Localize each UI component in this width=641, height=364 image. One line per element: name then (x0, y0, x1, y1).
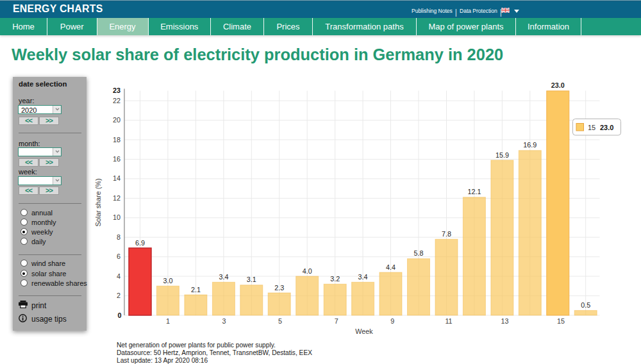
svg-text:11: 11 (445, 317, 452, 325)
svg-text:4: 4 (117, 272, 121, 280)
svg-text:1: 1 (166, 317, 170, 325)
svg-text:4.4: 4.4 (386, 263, 395, 271)
svg-text:3.4: 3.4 (358, 273, 368, 281)
svg-text:2.3: 2.3 (274, 284, 284, 292)
svg-text:16: 16 (113, 155, 121, 163)
svg-text:6.9: 6.9 (135, 239, 145, 247)
svg-text:6: 6 (117, 252, 121, 260)
svg-text:23: 23 (113, 87, 121, 94)
svg-text:15: 15 (557, 317, 565, 325)
svg-text:2: 2 (117, 292, 121, 299)
svg-text:Week: Week (355, 327, 373, 335)
svg-text:13: 13 (501, 317, 509, 325)
svg-text:18: 18 (113, 136, 121, 144)
svg-text:9: 9 (390, 317, 394, 325)
svg-text:3: 3 (222, 317, 226, 325)
svg-text:22: 22 (113, 97, 121, 104)
svg-text:3.2: 3.2 (330, 275, 340, 283)
svg-text:0.5: 0.5 (581, 301, 590, 309)
svg-text:7: 7 (335, 317, 338, 325)
svg-text:20: 20 (113, 116, 121, 124)
svg-text:10: 10 (113, 213, 121, 221)
svg-text:12: 12 (113, 194, 121, 202)
svg-text:5.8: 5.8 (413, 249, 423, 257)
svg-text:4.0: 4.0 (303, 267, 312, 275)
svg-text:3.4: 3.4 (219, 273, 228, 281)
svg-text:0: 0 (117, 311, 121, 319)
svg-text:14: 14 (113, 174, 121, 182)
svg-text:15.9: 15.9 (495, 151, 509, 159)
svg-text:3.1: 3.1 (247, 276, 256, 283)
svg-text:7.8: 7.8 (442, 230, 451, 238)
svg-text:5: 5 (278, 317, 282, 325)
svg-text:23.0: 23.0 (600, 124, 613, 131)
svg-text:12.1: 12.1 (467, 188, 481, 195)
svg-text:2.1: 2.1 (191, 286, 201, 294)
svg-text:23.0: 23.0 (551, 81, 565, 89)
svg-text:16.9: 16.9 (523, 141, 537, 149)
svg-text:3.0: 3.0 (163, 277, 172, 285)
svg-text:8: 8 (117, 233, 121, 241)
svg-text:Solar share (%): Solar share (%) (94, 178, 102, 226)
svg-text:15: 15 (588, 124, 595, 131)
